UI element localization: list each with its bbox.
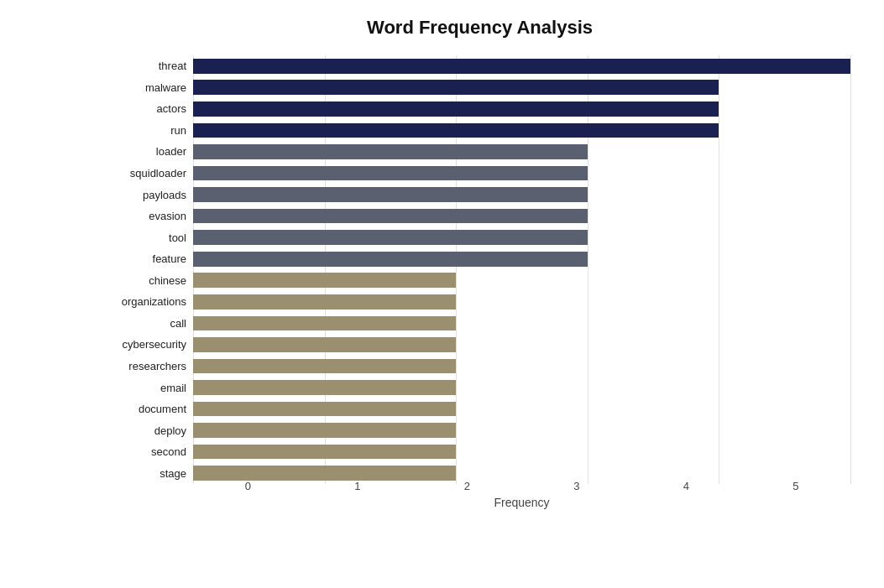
y-axis-label: tool [169,226,186,248]
x-ticks: 012345 [193,480,850,492]
bar-fill [193,59,850,74]
bar-fill [193,445,456,460]
bar-fill [193,166,588,181]
bars-list [193,55,850,484]
y-axis-label: feature [153,248,186,270]
bar-fill [193,101,719,117]
y-axis-label: email [160,377,186,398]
y-axis-label: deploy [154,419,186,441]
bar-fill [193,144,588,159]
y-labels: threatmalwareactorsrunloadersquidloaderp… [101,55,193,484]
bar-row [193,441,850,463]
gridline [850,55,851,484]
y-axis-label: evasion [149,206,186,227]
chart-title: Word Frequency Analysis [101,17,859,39]
y-axis-label: actors [157,98,186,120]
bar-row [193,141,850,163]
y-axis-label: chinese [149,270,186,292]
y-axis-label: second [151,441,186,463]
bar-row [193,184,850,206]
bar-fill [193,294,456,310]
x-tick: 5 [741,480,851,492]
y-axis-label: malware [145,77,186,99]
bar-row [193,398,850,420]
x-axis-label: Frequency [193,496,850,509]
x-axis: 012345 Frequency [193,480,850,509]
bar-row [193,98,850,120]
bar-fill [193,80,719,95]
y-axis-label: organizations [122,291,186,313]
bars-area [193,55,850,484]
bar-fill [193,209,588,224]
y-axis-label: loader [156,141,186,163]
bar-fill [193,123,719,138]
x-tick: 4 [631,480,741,492]
bar-row [193,291,850,313]
bar-row [193,248,850,270]
x-tick: 0 [193,480,303,492]
bar-row [193,163,850,185]
bar-fill [193,337,456,352]
bar-row [193,77,850,99]
bar-row [193,226,850,248]
bar-fill [193,316,456,331]
bar-fill [193,187,588,202]
bar-row [193,55,850,77]
y-axis-label: threat [159,55,186,77]
bar-row [193,269,850,291]
x-tick: 2 [412,480,522,492]
y-axis-label: stage [160,462,186,484]
bar-row [193,419,850,441]
bar-fill [193,230,588,245]
y-axis-label: squidloader [130,163,186,185]
bar-fill [193,380,456,395]
chart-inner: threatmalwareactorsrunloadersquidloaderp… [101,55,859,526]
chart-container: Word Frequency Analysis threatmalwareact… [0,0,884,588]
bar-row [193,120,850,142]
bar-fill [193,402,456,417]
bar-row [193,356,850,377]
y-axis-label: document [139,398,186,420]
bar-fill [193,423,456,438]
bar-fill [193,273,456,288]
y-axis-label: payloads [143,184,186,206]
bar-row [193,334,850,356]
y-axis-label: researchers [128,356,186,377]
y-axis-label: run [170,120,186,142]
y-axis-label: call [170,313,186,335]
bar-fill [193,359,456,374]
bar-fill [193,466,456,481]
y-axis-label: cybersecurity [122,334,186,356]
bar-row [193,313,850,335]
bar-row [193,206,850,227]
x-tick: 3 [522,480,632,492]
x-tick: 1 [303,480,413,492]
bar-fill [193,252,588,267]
bar-row [193,377,850,398]
